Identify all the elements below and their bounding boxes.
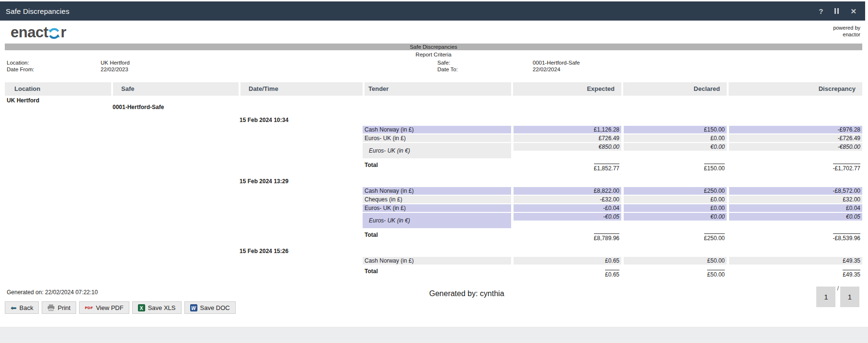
table-header: Location Safe Date/Time Tender Expected … [5, 82, 862, 96]
table-body: 15 Feb 2024 10:34Cash Norway (in £)£1,12… [5, 117, 862, 278]
declared-cell: £250.00 [621, 187, 727, 195]
total-discrepancy-value: -£8,539.96 [833, 233, 860, 242]
discrepancy-cell: £0.04 [727, 204, 862, 212]
total-expected: £1,852.77 [511, 162, 621, 172]
criteria-safe-value: 0001-Hertford-Safe [533, 60, 862, 66]
report-criteria: Location: UK Hertford Safe: 0001-Hertfor… [5, 58, 862, 73]
generated-on: Generated on: 22/02/2024 07:22:10 [7, 287, 98, 296]
expected-cell: £8,822.00 [511, 187, 621, 195]
tender-cell: Euros- UK (in €) [363, 143, 511, 158]
page-separator: / [837, 285, 839, 292]
total-row: Total£8,789.96£250.00-£8,539.96 [5, 232, 862, 242]
total-row: Total£1,852.77£150.00-£1,702.77 [5, 162, 862, 172]
logo-swirl-icon [47, 27, 61, 40]
pause-icon[interactable] [834, 8, 839, 14]
total-label: Total [363, 268, 511, 277]
total-expected: £8,789.96 [511, 232, 621, 242]
total-expected-value: £1,852.77 [594, 164, 619, 172]
back-button[interactable]: ⬅ Back [5, 301, 39, 314]
group-datetime: 15 Feb 2024 13:29 [239, 178, 363, 185]
close-icon[interactable]: ✕ [850, 8, 857, 15]
column-header-location: Location [5, 82, 111, 96]
tender-cell: Euros- UK (in £) [363, 134, 511, 142]
criteria-date-from-label: Date From: [7, 66, 101, 73]
total-label: Total [363, 162, 511, 170]
discrepancy-cell: -£976.28 [727, 126, 862, 133]
report-criteria-title: Report Criteria [5, 50, 862, 58]
tender-cell: Euros- UK (in £) [363, 204, 511, 212]
total-discrepancy: -£1,702.77 [727, 162, 862, 172]
bottom-strip [0, 327, 868, 343]
tender-cell: Euros- UK (in €) [363, 213, 511, 228]
total-declared: £250.00 [621, 232, 727, 242]
declared-cell: £0.00 [621, 204, 727, 212]
total-discrepancy-value: £49.35 [843, 270, 860, 278]
group-row: 15 Feb 2024 13:29 [5, 178, 862, 185]
enactor-logo: enact r [11, 24, 66, 41]
total-declared: £150.00 [621, 162, 727, 172]
logo-text-left: enact [11, 24, 48, 41]
discrepancy-cell: -€850.00 [727, 143, 862, 151]
expected-cell: £726.49 [511, 134, 621, 142]
tender-cell: Cheques (in £) [363, 196, 511, 203]
total-discrepancy-value: -£1,702.77 [833, 164, 860, 172]
criteria-location-value: UK Hertford [101, 60, 437, 66]
tender-cell: Cash Norway (in £) [363, 187, 511, 195]
criteria-date-to-value: 22/02/2024 [533, 66, 862, 73]
declared-cell: €0.00 [621, 143, 727, 151]
declared-cell: £50.00 [621, 257, 727, 265]
safe-value: 0001-Hertford-Safe [111, 104, 239, 111]
tender-row: Euros- UK (in £)-£0.04£0.00£0.04 [5, 204, 862, 212]
expected-cell: -£32.00 [511, 196, 621, 203]
save-doc-button[interactable]: W Save DOC [184, 301, 236, 314]
application-window: Safe Discrepancies ? ✕ enact r powered b… [0, 0, 868, 343]
tender-cell: Cash Norway (in £) [363, 257, 511, 265]
toolbar: ⬅ Back Print PDF View PDF X Save XLS W S… [5, 301, 236, 314]
criteria-date-to-label: Date To: [437, 66, 533, 73]
word-icon: W [190, 304, 197, 311]
column-header-discrepancy: Discrepancy [727, 82, 862, 96]
total-label: Total [363, 232, 511, 240]
discrepancy-cell: £32.00 [727, 196, 862, 203]
help-icon[interactable]: ? [819, 8, 823, 15]
pdf-icon: PDF [85, 306, 93, 310]
expected-cell: -£0.04 [511, 204, 621, 212]
discrepancy-cell: -£726.49 [727, 134, 862, 142]
criteria-location-label: Location: [7, 60, 101, 66]
total-declared-value: £250.00 [704, 233, 725, 242]
column-header-safe: Safe [111, 82, 239, 96]
total-discrepancy: £49.35 [727, 268, 862, 278]
tender-row: Euros- UK (in €)-€0.05€0.00€0.05 [5, 213, 862, 228]
page-total: 1 [840, 287, 859, 307]
view-pdf-button[interactable]: PDF View PDF [79, 301, 129, 314]
column-header-expected: Expected [511, 82, 621, 96]
criteria-safe-label: Safe: [437, 60, 533, 66]
tender-row: Cash Norway (in £)£1,126.28£150.00-£976.… [5, 126, 862, 133]
discrepancy-cell: £49.35 [727, 257, 862, 265]
tender-row: Cheques (in £)-£32.00£0.00£32.00 [5, 196, 862, 203]
powered-by: powered by enactor [833, 24, 860, 38]
window-title: Safe Discrepancies [6, 7, 69, 15]
tender-row: Euros- UK (in €)€850.00€0.00-€850.00 [5, 143, 862, 158]
expected-cell: €850.00 [511, 143, 621, 151]
report-title-band: Safe Discrepancies [5, 44, 862, 50]
group-datetime: 15 Feb 2024 15:26 [239, 248, 363, 254]
expected-cell: -€0.05 [511, 213, 621, 221]
group-row: 15 Feb 2024 10:34 [5, 117, 862, 123]
tender-cell: Cash Norway (in £) [363, 126, 511, 133]
column-header-datetime: Date/Time [239, 82, 363, 96]
declared-cell: €0.00 [621, 213, 727, 221]
criteria-date-from-value: 22/02/2023 [101, 66, 437, 73]
location-value: UK Hertford [5, 98, 111, 104]
report-page: enact r powered by enactor Safe Discrepa… [0, 21, 868, 307]
generated-by: Generated by: cynthia [107, 287, 826, 298]
discrepancy-cell: €0.05 [727, 213, 862, 221]
logo-text-right: r [60, 24, 66, 41]
tender-row: Cash Norway (in £)£8,822.00£250.00-£8,57… [5, 187, 862, 195]
total-declared-value: £150.00 [704, 164, 725, 172]
save-xls-button[interactable]: X Save XLS [132, 301, 182, 314]
declared-cell: £150.00 [621, 126, 727, 133]
title-bar: Safe Discrepancies ? ✕ [0, 1, 865, 21]
excel-icon: X [138, 304, 145, 311]
print-button[interactable]: Print [42, 301, 76, 314]
